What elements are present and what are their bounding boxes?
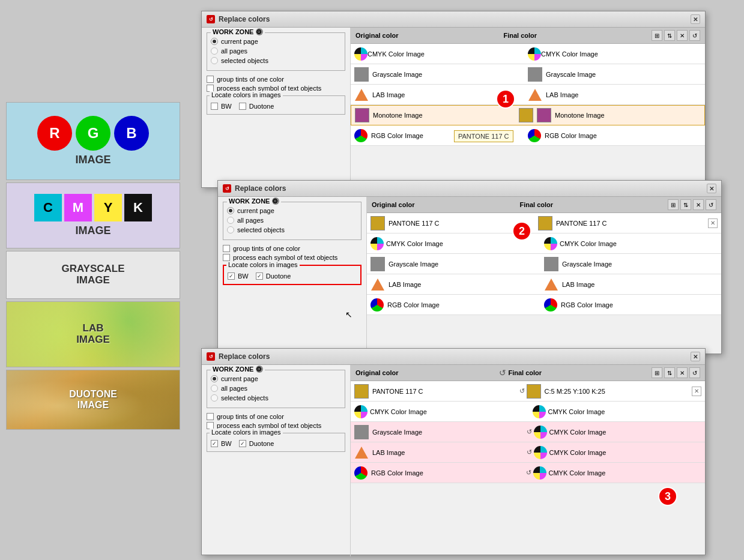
radio-dot-1-1[interactable] <box>211 47 218 55</box>
cb-group-tints-3[interactable]: group tints of one color <box>207 413 345 420</box>
circle-g: G <box>76 116 110 151</box>
radio-current-page-1[interactable]: current page <box>211 38 340 45</box>
swatch-orig-lab-1 <box>354 88 369 102</box>
cb-process-symbol-2[interactable]: process each symbol of text objects <box>223 254 361 261</box>
dialog-1-close[interactable]: ✕ <box>691 14 700 24</box>
workzone-legend-3: WORK ZONE ⚙ <box>211 366 265 373</box>
radio-dot-2-0[interactable] <box>227 207 234 214</box>
cb-duotone-3-dot[interactable] <box>239 440 246 447</box>
radio-selected-1[interactable]: selected objects <box>211 57 340 64</box>
delete-row-2-pantone[interactable]: ✕ <box>708 218 718 228</box>
cmyk-squares: C M Y K <box>34 194 152 221</box>
col-original-1: Original color <box>355 32 504 39</box>
hdr-icon-3-2[interactable]: ✕ <box>677 367 688 378</box>
cb-1-0[interactable] <box>207 76 214 83</box>
color-name-orig-gray-3: Grayscale Image <box>372 429 525 436</box>
cb-2-0[interactable] <box>223 245 230 252</box>
radio-selected-2[interactable]: selected objects <box>227 226 356 233</box>
color-row-2-pantone: PANTONE 117 C PANTONE 117 C ✕ <box>367 213 721 233</box>
cb-2-1[interactable] <box>223 254 230 261</box>
swatch-final-rgb-1 <box>528 129 541 142</box>
dialog-1-title-text: Replace colors <box>219 15 270 23</box>
cb-bw-1[interactable]: BW <box>211 103 232 110</box>
gear-icon-1[interactable]: ⚙ <box>256 28 263 35</box>
hdr-icon-2-1[interactable]: ⇅ <box>680 199 691 210</box>
gear-icon-3[interactable]: ⚙ <box>256 366 263 373</box>
locate-row-3: BW Duotone <box>211 436 341 449</box>
radio-dot-3-0[interactable] <box>211 375 218 382</box>
duotone-image-block: DUOTONE IMAGE <box>6 370 180 430</box>
reset-pantone-3[interactable]: ↺ <box>519 387 525 395</box>
hdr-icon-1-1[interactable]: ⇅ <box>664 30 675 41</box>
locate-images-box-2: Locate colors in images BW Duotone <box>223 265 361 285</box>
swatch-final-pantone-2 <box>538 216 552 230</box>
cb-duotone-2-dot[interactable] <box>256 272 263 280</box>
radio-all-pages-2[interactable]: all pages <box>227 217 356 224</box>
radio-all-pages-3[interactable]: all pages <box>211 385 340 392</box>
reset-rgb-3[interactable]: ↺ <box>526 469 531 477</box>
hdr-icon-3-3[interactable]: ↺ <box>689 367 700 378</box>
dialog-3: ↺ Replace colors ✕ WORK ZONE ⚙ current p… <box>201 348 706 555</box>
hdr-icon-2-3[interactable]: ↺ <box>706 199 716 210</box>
radio-dot-2-2[interactable] <box>227 226 234 233</box>
lab-image-block: LAB IMAGE <box>6 301 180 367</box>
dialog-2: ↺ Replace colors ✕ WORK ZONE ⚙ current p… <box>217 180 722 354</box>
cb-3-0[interactable] <box>207 413 214 420</box>
swatch-orig-mono-1 <box>355 108 369 122</box>
radio-selected-3[interactable]: selected objects <box>211 394 340 402</box>
cb-duotone-1-dot[interactable] <box>239 103 246 110</box>
swatch-orig-rgb-2 <box>370 298 384 312</box>
rgb-image-block: R G B IMAGE <box>6 102 180 180</box>
reset-all-icon-3[interactable]: ↺ <box>499 368 506 378</box>
dialog-2-close[interactable]: ✕ <box>707 184 716 193</box>
cb-bw-3-dot[interactable] <box>211 440 218 447</box>
reset-lab-3[interactable]: ↺ <box>527 448 532 456</box>
cb-bw-2[interactable]: BW <box>228 272 249 280</box>
dialog-2-icon: ↺ <box>223 184 231 193</box>
radio-dot-2-1[interactable] <box>227 217 234 224</box>
color-row-1-cmyk: CMYK Color Image CMYK Color Image <box>351 44 705 64</box>
cb-bw-3[interactable]: BW <box>211 440 232 447</box>
dialog-3-close[interactable]: ✕ <box>691 352 700 361</box>
hdr-icon-1-0[interactable]: ⊞ <box>652 30 662 41</box>
color-row-2-lab: LAB Image LAB Image <box>367 274 721 295</box>
swatch-orig-rgb-1 <box>354 129 367 142</box>
cb-group-tints-1[interactable]: group tints of one color <box>207 76 345 83</box>
col-original-3: Original color <box>355 369 499 376</box>
dialog-2-body: WORK ZONE ⚙ current page all pages selec… <box>218 197 721 355</box>
dialog-3-left: WORK ZONE ⚙ current page all pages selec… <box>202 365 351 556</box>
cb-bw-2-dot[interactable] <box>228 272 235 280</box>
delete-row-3-pantone[interactable]: ✕ <box>692 387 701 396</box>
cb-bw-1-dot[interactable] <box>211 103 218 110</box>
radio-dot-1-2[interactable] <box>211 57 218 64</box>
cb-duotone-2[interactable]: Duotone <box>256 272 291 280</box>
locate-images-legend-2: Locate colors in images <box>226 261 300 268</box>
color-name-final-gray-2: Grayscale Image <box>562 260 718 268</box>
color-row-3-cmyk: CMYK Color Image ↺ CMYK Color Image <box>351 402 705 422</box>
swatch-final-gray-1 <box>528 67 542 82</box>
hdr-icon-3-1[interactable]: ⇅ <box>664 367 675 378</box>
dialog-3-right: Original color ↺ Final color ⊞ ⇅ ✕ ↺ PAN… <box>351 365 705 556</box>
cb-duotone-1[interactable]: Duotone <box>239 103 274 110</box>
cmyk-image-block: C M Y K IMAGE <box>6 182 180 248</box>
radio-dot-1-0[interactable] <box>211 38 218 45</box>
color-name-orig-cmyk-1: CMYK Color Image <box>367 50 528 58</box>
lab-image-label: LAB IMAGE <box>76 323 110 345</box>
hdr-icon-3-0[interactable]: ⊞ <box>652 367 662 378</box>
radio-dot-3-2[interactable] <box>211 394 218 402</box>
radio-all-pages-1[interactable]: all pages <box>211 47 340 55</box>
gear-icon-2[interactable]: ⚙ <box>272 197 279 205</box>
hdr-icon-2-2[interactable]: ✕ <box>693 199 704 210</box>
radio-current-page-2[interactable]: current page <box>227 207 356 214</box>
hdr-icon-1-2[interactable]: ✕ <box>677 30 688 41</box>
reset-gray-3[interactable]: ↺ <box>527 428 532 436</box>
radio-dot-3-1[interactable] <box>211 385 218 392</box>
hdr-icon-2-0[interactable]: ⊞ <box>668 199 679 210</box>
swatch-final-mono-1 <box>537 108 551 122</box>
radio-current-page-3[interactable]: current page <box>211 375 340 382</box>
cb-duotone-3[interactable]: Duotone <box>239 440 274 447</box>
cb-group-tints-2[interactable]: group tints of one color <box>223 245 361 252</box>
color-name-orig-rgb-3: RGB Color Image <box>371 469 524 477</box>
color-name-orig-cmyk-3: CMYK Color Image <box>370 408 524 415</box>
hdr-icon-1-3[interactable]: ↺ <box>689 30 700 41</box>
